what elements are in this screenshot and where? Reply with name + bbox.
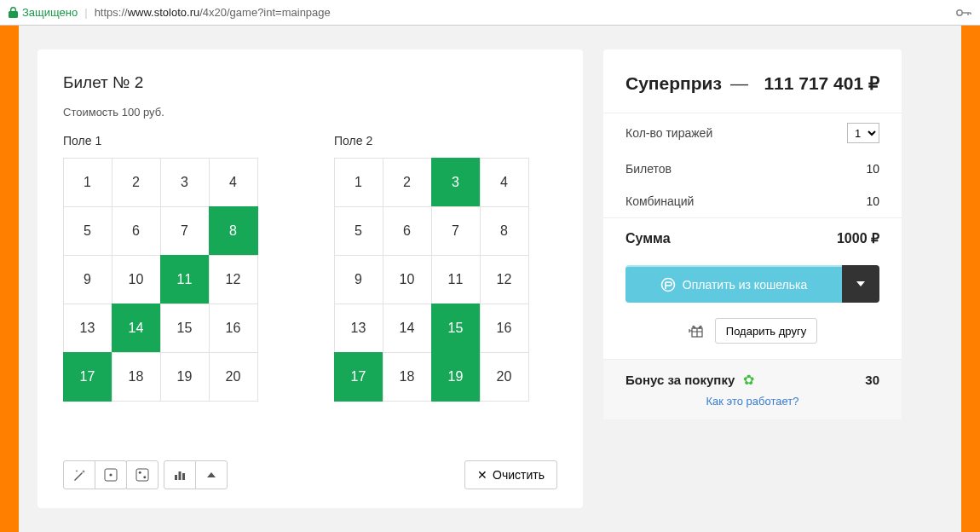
- magic-wand-button[interactable]: [63, 460, 95, 489]
- pay-row: Оплатить из кошелька: [625, 265, 879, 303]
- number-cell-17[interactable]: 17: [63, 352, 112, 402]
- bars-button[interactable]: [164, 460, 196, 489]
- number-cell-11[interactable]: 11: [160, 255, 210, 304]
- number-cell-6[interactable]: 6: [112, 206, 161, 256]
- summary-card: Суперприз — 111 717 401 ₽ Кол-во тиражей…: [603, 49, 902, 419]
- number-cell-6[interactable]: 6: [383, 206, 432, 256]
- ticket-card: Билет № 2 Стоимость 100 руб. Поле 1 1234…: [37, 49, 583, 508]
- bonus-label: Бонус за покупку: [625, 373, 735, 387]
- number-cell-1[interactable]: 1: [63, 158, 112, 207]
- number-cell-14[interactable]: 14: [112, 304, 161, 353]
- svg-point-5: [143, 476, 146, 478]
- close-icon: ✕: [477, 468, 487, 482]
- number-cell-9[interactable]: 9: [63, 255, 112, 304]
- field2-label: Поле 2: [334, 134, 528, 147]
- number-cell-17[interactable]: 17: [334, 352, 383, 402]
- number-cell-7[interactable]: 7: [431, 206, 481, 256]
- clear-label: Очистить: [493, 468, 545, 482]
- number-cell-9[interactable]: 9: [334, 255, 383, 304]
- number-cell-10[interactable]: 10: [112, 255, 161, 304]
- random-group: [63, 460, 159, 489]
- number-cell-7[interactable]: 7: [160, 206, 210, 256]
- number-cell-5[interactable]: 5: [63, 206, 112, 256]
- number-cell-2[interactable]: 2: [112, 158, 161, 207]
- field-2: Поле 2 1234567891011121314151617181920: [334, 134, 528, 401]
- number-cell-20[interactable]: 20: [209, 352, 258, 402]
- gift-row: Подарить другу: [625, 318, 879, 344]
- number-cell-2[interactable]: 2: [383, 158, 432, 207]
- number-cell-4[interactable]: 4: [480, 158, 529, 207]
- number-cell-15[interactable]: 15: [160, 304, 210, 353]
- draws-select[interactable]: 1: [847, 123, 879, 143]
- combos-value: 10: [866, 194, 879, 208]
- number-cell-20[interactable]: 20: [480, 352, 529, 402]
- url-text[interactable]: https://www.stoloto.ru/4x20/game?int=mai…: [95, 6, 331, 19]
- number-grid-2: 1234567891011121314151617181920: [334, 158, 528, 401]
- number-cell-13[interactable]: 13: [63, 304, 112, 353]
- number-cell-18[interactable]: 18: [383, 352, 432, 402]
- left-accent-bar: [0, 26, 19, 532]
- separator: |: [84, 6, 87, 19]
- secure-badge: Защищено: [9, 6, 78, 19]
- browser-address-bar: Защищено | https://www.stoloto.ru/4x20/g…: [0, 0, 980, 26]
- number-cell-13[interactable]: 13: [334, 304, 383, 353]
- die-two-button[interactable]: [126, 460, 159, 489]
- ticket-title: Билет № 2: [63, 73, 557, 92]
- number-cell-1[interactable]: 1: [334, 158, 383, 207]
- number-grid-1: 1234567891011121314151617181920: [63, 158, 257, 401]
- gift-icon: [688, 324, 705, 338]
- draws-row: Кол-во тиражей 1: [625, 113, 879, 153]
- field1-label: Поле 1: [63, 134, 257, 147]
- number-cell-19[interactable]: 19: [160, 352, 210, 402]
- tickets-value: 10: [866, 162, 879, 176]
- number-cell-16[interactable]: 16: [209, 304, 258, 353]
- clear-button[interactable]: ✕ Очистить: [464, 460, 557, 489]
- combos-row: Комбинаций 10: [625, 185, 879, 217]
- number-cell-5[interactable]: 5: [334, 206, 383, 256]
- right-accent-bar: [961, 26, 980, 532]
- secure-label: Защищено: [22, 6, 78, 19]
- ticket-toolbar: ✕ Очистить: [63, 460, 557, 489]
- svg-rect-3: [136, 469, 148, 481]
- svg-point-9: [661, 279, 674, 292]
- tickets-label: Билетов: [625, 162, 672, 176]
- die-one-button[interactable]: [95, 460, 127, 489]
- sum-row: Сумма 1000 ₽: [625, 218, 879, 258]
- number-cell-3[interactable]: 3: [160, 158, 210, 207]
- number-cell-11[interactable]: 11: [431, 255, 481, 304]
- number-cell-8[interactable]: 8: [480, 206, 529, 256]
- number-cell-14[interactable]: 14: [383, 304, 432, 353]
- number-cell-12[interactable]: 12: [480, 255, 529, 304]
- pay-dropdown-button[interactable]: [842, 265, 879, 303]
- number-cell-4[interactable]: 4: [209, 158, 258, 207]
- clover-icon: ✿: [743, 373, 754, 387]
- tickets-row: Билетов 10: [625, 153, 879, 185]
- number-cell-3[interactable]: 3: [431, 158, 481, 207]
- number-cell-15[interactable]: 15: [431, 304, 481, 353]
- bonus-value: 30: [865, 373, 879, 387]
- key-icon[interactable]: [956, 9, 971, 17]
- pay-button[interactable]: Оплатить из кошелька: [625, 265, 842, 303]
- svg-rect-6: [175, 475, 177, 480]
- superprize-row: Суперприз — 111 717 401 ₽: [625, 73, 879, 94]
- field-1: Поле 1 1234567891011121314151617181920: [63, 134, 257, 401]
- number-cell-10[interactable]: 10: [383, 255, 432, 304]
- number-cell-16[interactable]: 16: [480, 304, 529, 353]
- ticket-cost: Стоимость 100 руб.: [63, 106, 557, 119]
- wallet-icon: [660, 277, 676, 292]
- bonus-block: Бонус за покупку ✿ 30 Как это работает?: [603, 359, 902, 419]
- how-it-works-link[interactable]: Как это работает?: [625, 395, 879, 408]
- draws-label: Кол-во тиражей: [625, 126, 712, 140]
- stats-group: [164, 460, 228, 489]
- combos-label: Комбинаций: [625, 194, 694, 208]
- expand-up-button[interactable]: [195, 460, 228, 489]
- number-cell-18[interactable]: 18: [112, 352, 161, 402]
- number-cell-12[interactable]: 12: [209, 255, 258, 304]
- superprize-value: 111 717 401 ₽: [764, 73, 879, 94]
- gift-button[interactable]: Подарить другу: [715, 318, 817, 344]
- svg-rect-7: [179, 471, 182, 480]
- svg-point-4: [139, 471, 141, 474]
- number-cell-8[interactable]: 8: [209, 206, 258, 256]
- svg-point-2: [109, 473, 112, 476]
- number-cell-19[interactable]: 19: [431, 352, 481, 402]
